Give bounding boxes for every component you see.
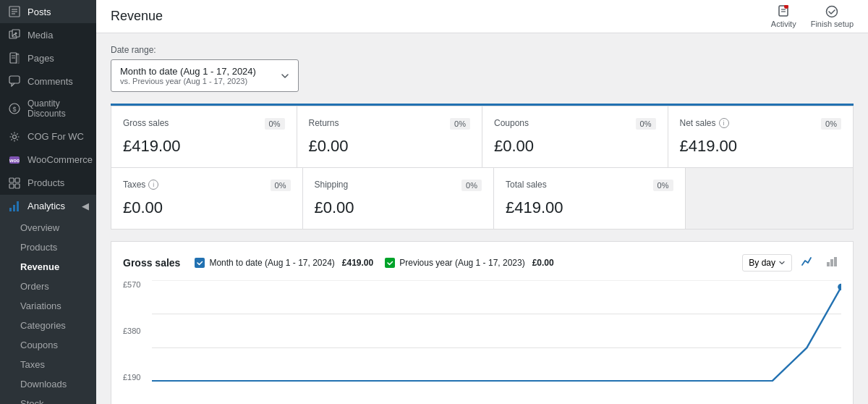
gross-sales-label: Gross sales [123,118,285,128]
taxes-info-icon[interactable]: i [148,180,158,190]
finish-setup-label: Finish setup [811,20,854,28]
chart-legend-period2: Previous year (Aug 1 - 17, 2023) £0.00 [385,258,553,268]
svg-rect-20 [9,184,14,188]
bar-chart-button[interactable] [822,253,841,272]
shipping-value: £0.00 [315,198,482,217]
comments-icon [7,75,22,87]
analytics-submenu: Overview Products Revenue Orders Variati… [0,218,96,404]
sidebar-item-media[interactable]: Media [0,23,96,46]
activity-button[interactable]: Activity [771,5,796,28]
sidebar-item-quantity-discounts-label: Quantity Discounts [27,98,89,119]
svg-rect-23 [13,205,15,211]
svg-text:$: $ [12,106,16,113]
metrics-row-2: Taxes i £0.00 0% Shipping £0.00 0% Total… [111,168,854,230]
submenu-categories[interactable]: Categories [0,316,96,335]
svg-rect-12 [9,76,20,83]
svg-rect-24 [17,201,19,211]
header-actions: Activity Finish setup [771,5,854,28]
sidebar-item-products-label: Products [27,177,64,188]
chevron-down-icon [281,72,289,80]
metric-returns: Returns £0.00 0% [297,106,483,167]
metric-shipping: Shipping £0.00 0% [303,168,495,229]
submenu-revenue[interactable]: Revenue [0,257,96,277]
coupons-value: £0.00 [494,137,656,156]
products-icon [7,177,22,189]
posts-icon [7,6,22,17]
legend-checkbox-period1[interactable] [195,258,205,268]
sidebar-item-comments[interactable]: Comments [0,70,96,93]
finish-setup-button[interactable]: Finish setup [811,5,854,28]
period2-value: £0.00 [532,258,554,268]
submenu-taxes[interactable]: Taxes [0,355,96,374]
taxes-badge: 0% [271,180,291,191]
y-label-380: £380 [123,327,140,335]
returns-badge: 0% [450,118,470,130]
legend-checkbox-period2[interactable] [385,258,395,268]
coupons-label: Coupons [494,118,656,128]
svg-rect-11 [16,54,19,64]
sidebar-item-posts-label: Posts [27,7,51,17]
taxes-value: £0.00 [123,198,291,217]
chart-title: Gross sales [123,257,180,269]
chart-svg-area [152,280,841,382]
total-sales-badge: 0% [653,180,673,191]
svg-point-6 [15,33,17,35]
sidebar-item-products[interactable]: Products [0,172,96,195]
checkmark-icon [196,259,203,266]
total-sales-label: Total sales [506,180,673,190]
period1-value: £419.00 [342,258,373,268]
returns-label: Returns [309,118,471,128]
svg-point-15 [13,135,17,138]
line-chart-button[interactable] [798,253,817,272]
chart-y-labels: £570 £380 £190 [123,280,140,382]
submenu-overview[interactable]: Overview [0,218,96,237]
svg-point-36 [838,284,841,290]
submenu-coupons[interactable]: Coupons [0,335,96,355]
by-day-chevron-icon [778,259,786,266]
metric-taxes: Taxes i £0.00 0% [111,168,303,229]
metric-placeholder [686,168,854,229]
chart-controls: By day [742,253,841,272]
sidebar-item-quantity-discounts[interactable]: $ Quantity Discounts [0,93,96,125]
by-day-label: By day [749,258,775,268]
metric-net-sales: Net sales i £419.00 0% [668,106,854,167]
svg-rect-19 [15,178,20,182]
sidebar-item-pages[interactable]: Pages [0,46,96,70]
submenu-products[interactable]: Products [0,237,96,257]
svg-point-29 [827,6,838,17]
quantity-discounts-icon: $ [7,103,22,114]
sidebar-item-cog-label: COG For WC [27,131,84,142]
activity-icon [777,5,790,18]
submenu-variations[interactable]: Variations [0,296,96,316]
content-area: Date range: Month to date (Aug 1 - 17, 2… [96,33,868,404]
bar-chart-icon [825,255,838,268]
analytics-arrow: ◀ [82,201,89,211]
sidebar-item-analytics[interactable]: Analytics ◀ [0,195,96,218]
submenu-orders[interactable]: Orders [0,277,96,296]
sidebar-item-posts[interactable]: Posts [0,0,96,23]
metric-gross-sales: Gross sales £419.00 0% [111,106,297,167]
cog-icon [7,131,22,143]
date-range-selector[interactable]: Month to date (Aug 1 - 17, 2024) vs. Pre… [111,59,299,92]
total-sales-value: £419.00 [506,198,673,217]
net-sales-badge: 0% [821,118,841,130]
shipping-label: Shipping [315,180,482,190]
page-header: Revenue Activity Finish setup [96,0,868,33]
sidebar-item-cog[interactable]: COG For WC [0,125,96,148]
media-icon [7,29,22,41]
pages-icon [7,52,22,64]
metric-total-sales: Total sales £419.00 0% [494,168,686,229]
y-label-570: £570 [123,280,140,289]
by-day-selector[interactable]: By day [742,254,792,272]
finish-setup-icon [825,5,838,18]
submenu-stock[interactable]: Stock [0,394,96,404]
gross-sales-value: £419.00 [123,137,285,156]
sidebar: Posts Media Pages Comments $ Quantity Di… [0,0,96,404]
submenu-downloads[interactable]: Downloads [0,374,96,394]
activity-label: Activity [771,20,796,28]
y-label-190: £190 [123,373,140,382]
sidebar-item-woocommerce[interactable]: woo WooCommerce [0,148,96,172]
sidebar-item-analytics-label: Analytics [27,201,65,211]
sidebar-item-media-label: Media [27,30,53,41]
net-sales-info-icon[interactable]: i [719,118,729,128]
